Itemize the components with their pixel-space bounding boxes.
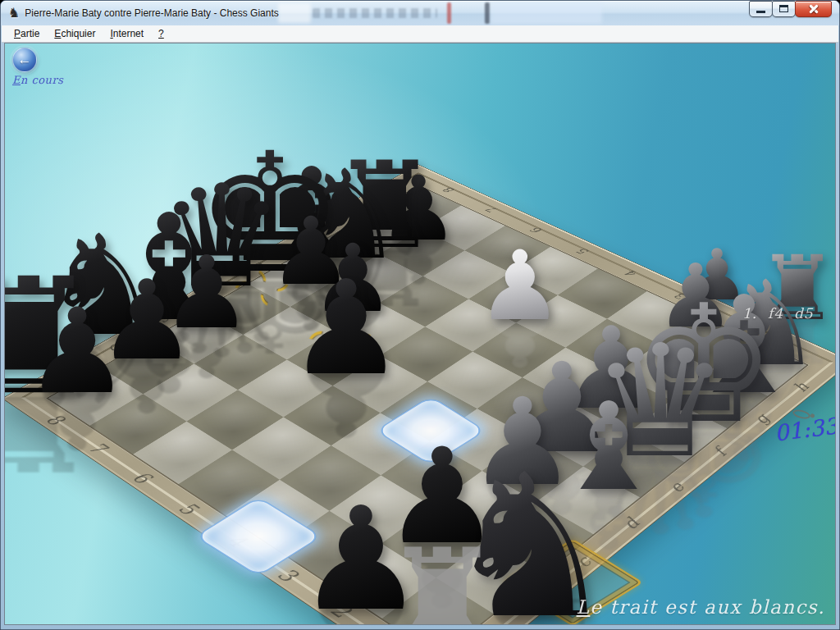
menu-item-partie[interactable]: Partie: [7, 25, 47, 42]
titlebar-reflection: [485, 2, 490, 24]
menu-bar: PartieEchiquierInternet?: [2, 25, 838, 43]
titlebar-reflection: [278, 3, 311, 23]
titlebar-reflection: [313, 8, 437, 18]
close-button[interactable]: [795, 1, 832, 17]
app-icon-knight: ♞: [8, 7, 20, 20]
chess-piece-ghost-rook: ♜: [381, 532, 502, 625]
back-arrow-icon: ←: [18, 52, 32, 66]
back-button[interactable]: ←: [12, 48, 37, 72]
maximize-button[interactable]: [772, 1, 796, 17]
chess-piece-pawn[interactable]: ♟: [288, 262, 405, 393]
menu-item-aide[interactable]: ?: [151, 25, 171, 42]
menu-item-internet[interactable]: Internet: [103, 25, 151, 42]
titlebar-reflection: [491, 2, 602, 24]
titlebar[interactable]: ♞ Pierre-Marie Baty contre Pierre-Marie …: [1, 1, 839, 25]
minimize-icon: [756, 11, 765, 13]
pieces-layer: ♜♜♟♟♞♞♟♟♝♝♟♟♛♛♚♚♟♟♝♝♞♞♟♟♜♜♟♟♟♟♟♟♟♟♞♞♟♟♟♟…: [5, 43, 835, 624]
maximize-icon: [779, 5, 788, 12]
chess-piece-pawn[interactable]: ♟: [477, 238, 564, 334]
minimize-button[interactable]: [749, 1, 773, 17]
game-viewport: 88hh77gg66ff55ee44dd33cc22bb11aa ♜♜♟♟♞♞♟…: [4, 43, 836, 625]
window-title: Pierre-Marie Baty contre Pierre-Marie Ba…: [25, 7, 278, 19]
menu-item-echiquier[interactable]: Echiquier: [47, 25, 103, 42]
window-controls: [750, 1, 832, 17]
app-window: ♞ Pierre-Marie Baty contre Pierre-Marie …: [0, 0, 840, 630]
turn-status: Le trait est aux blancs.: [577, 596, 825, 618]
move-list: 1. f4 d5: [742, 305, 814, 322]
game-status-link: En cours: [12, 74, 63, 86]
chess-piece-pawn[interactable]: ♟: [25, 293, 130, 410]
titlebar-reflection: [447, 2, 451, 24]
